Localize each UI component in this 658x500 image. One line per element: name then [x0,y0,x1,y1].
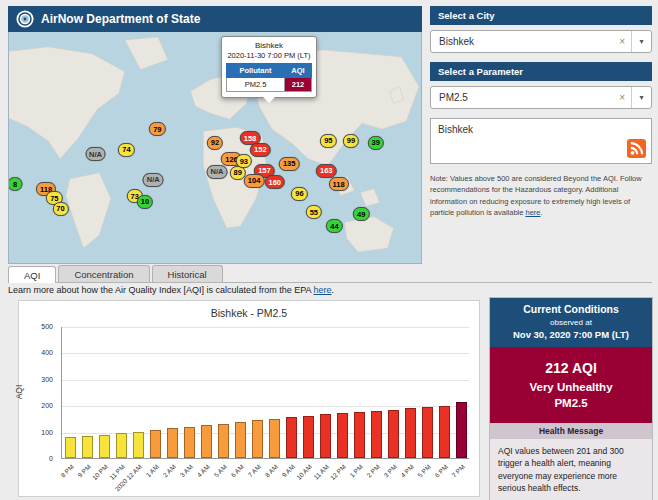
observed-at-datetime: Nov 30, 2020 7:00 PM (LT) [493,329,649,340]
observed-at-label: observed at [493,318,649,327]
aqi-note: Note: Values above 500 are considered Be… [430,173,652,218]
chart-y-tick-label: 100 [23,429,53,436]
chart-bar [388,410,399,458]
dos-seal-logo [16,10,34,28]
clear-parameter-icon[interactable]: × [613,92,631,103]
chart-bar [235,422,246,458]
chart-bar [65,437,76,458]
chart-gridline [62,327,469,328]
aqi-map-marker[interactable]: 8 [8,177,23,191]
select-city-header: Select a City [430,6,652,25]
chart-bar [82,436,93,458]
chart-x-tick-label: 8 PM [20,463,74,500]
chart-bar [218,424,229,458]
chart-bar [371,411,382,458]
chart-bar [320,414,331,458]
aqi-map-marker[interactable]: N/A [207,165,228,179]
chart-bar [337,413,348,458]
chart-plot [61,327,469,459]
aqi-map-marker[interactable]: 96 [291,187,307,201]
aqi-summary-box: 212 AQI Very Unhealthy PM2.5 [490,347,652,423]
health-message-title: Health Message [490,423,652,439]
tab-concentration[interactable]: Concentration [58,265,149,282]
chart-gridline [62,380,469,381]
learn-more-here-link[interactable]: here [314,285,332,295]
sidebar: Select a City Bishkek × ▾ Select a Param… [430,6,652,218]
chart-bar [99,435,110,458]
clear-city-icon[interactable]: × [613,36,631,47]
aqi-map-marker[interactable]: 93 [236,154,252,168]
rss-icon[interactable] [627,139,646,158]
map-popup: Bishkek 2020-11-30 7:00 PM (LT) Pollutan… [221,36,317,98]
chart-y-tick-label: 200 [23,402,53,409]
aqi-map-marker[interactable]: 74 [118,143,134,157]
current-conditions-panel: Current Conditions observed at Nov 30, 2… [489,297,653,500]
chart-bar [167,428,178,458]
city-select-value: Bishkek [439,36,613,47]
aqi-map-marker[interactable]: 55 [306,205,322,219]
popup-pollutant-header: Pollutant [227,64,285,78]
aqi-map-marker[interactable]: 163 [316,164,337,178]
chart-bar [422,407,433,458]
chart-y-tick-label: 300 [23,376,53,383]
chart-title: Bishkek - PM2.5 [19,307,479,319]
aqi-category: Very Unhealthy [494,381,648,393]
aqi-map-marker[interactable]: 118 [329,177,349,191]
aqi-map-marker[interactable]: 95 [320,134,336,148]
app-header: AirNow Department of State [8,6,422,32]
tab-historical[interactable]: Historical [152,265,223,282]
chart-bar [184,427,195,458]
chart-xlabels: 8 PM9 PM10 PM11 PM2020 12 AM1 AM2 AM3 AM… [61,460,469,496]
parameter-select[interactable]: PM2.5 × ▾ [430,86,652,109]
chart-y-tick-label: 500 [23,323,53,330]
chart-bar [150,430,161,458]
aqi-value: 212 AQI [494,360,648,376]
chart-y-tick-label: 0 [23,455,53,462]
popup-arrow [263,97,275,103]
popup-aqi-header: AQI [284,64,311,78]
aqi-map-marker[interactable]: 152 [250,143,271,157]
learn-more-text: Learn more about how the Air Quality Ind… [8,285,334,295]
chart-bar [439,406,450,458]
note-here-link[interactable]: here [525,208,540,217]
chart-bar [269,419,280,458]
aqi-map-marker[interactable]: 39 [368,136,384,150]
chart-bar [252,420,263,458]
health-message-text: AQI values between 201 and 300 trigger a… [490,439,652,500]
aqi-map-marker[interactable]: N/A [85,147,106,161]
chart-gridline [62,406,469,407]
aqi-map-marker[interactable]: 49 [353,207,369,221]
chart-bar [456,402,467,458]
aqi-map-marker[interactable]: 160 [264,175,285,189]
aqi-map-marker[interactable]: 10 [137,195,153,209]
feed-box: Bishkek [430,118,652,164]
aqi-map-marker[interactable]: 104 [244,174,265,188]
app-title: AirNow Department of State [41,12,200,26]
chart-bar [201,425,212,458]
chart-bar [286,417,297,458]
popup-city: Bishkek [226,41,312,50]
aqi-map-marker[interactable]: 70 [52,202,68,216]
parameter-dropdown-arrow-icon[interactable]: ▾ [631,87,651,108]
chart-panel: Bishkek - PM2.5 AQI 0100200300400500 8 P… [18,300,480,497]
aqi-map-marker[interactable]: 99 [343,134,359,148]
city-select[interactable]: Bishkek × ▾ [430,30,652,53]
chart-bar [354,412,365,458]
aqi-map-marker[interactable]: N/A [143,173,164,187]
popup-pollutant-value: PM2.5 [227,78,285,92]
chart-bar [303,416,314,458]
map-panel: AirNow Department of State Bishkek 2020-… [8,6,422,264]
parameter-select-value: PM2.5 [439,92,613,103]
popup-table: Pollutant AQI PM2.5 212 [226,63,312,92]
current-conditions-header: Current Conditions observed at Nov 30, 2… [490,298,652,347]
aqi-map-marker[interactable]: 44 [326,219,342,233]
aqi-map-marker[interactable]: 135 [279,157,300,171]
aqi-map-marker[interactable]: 92 [207,136,223,150]
popup-aqi-value: 212 [284,78,311,92]
city-dropdown-arrow-icon[interactable]: ▾ [631,31,651,52]
select-parameter-header: Select a Parameter [430,62,652,81]
chart-gridline [62,353,469,354]
tab-aqi[interactable]: AQI [8,266,56,283]
aqi-map-marker[interactable]: 79 [149,122,165,136]
map[interactable]: Bishkek 2020-11-30 7:00 PM (LT) Pollutan… [8,32,422,264]
